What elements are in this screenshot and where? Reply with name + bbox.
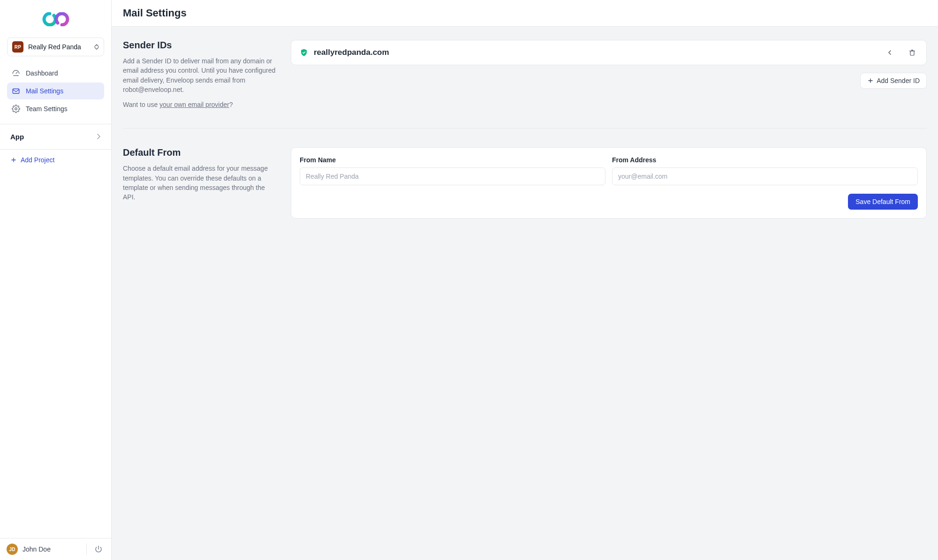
user-menu[interactable]: JD John Doe <box>7 544 51 555</box>
from-name-field: From Name <box>300 156 605 185</box>
avatar: JD <box>7 544 18 555</box>
project-name: Really Red Panda <box>28 43 81 51</box>
gear-icon <box>12 105 20 113</box>
chevron-up-down-icon <box>94 44 99 50</box>
from-address-label: From Address <box>612 156 918 164</box>
divider <box>86 544 87 555</box>
sender-id-row: reallyredpanda.com <box>291 40 927 65</box>
sender-domain: reallyredpanda.com <box>314 48 389 57</box>
add-sender-label: Add Sender ID <box>877 77 920 84</box>
trash-icon <box>908 49 916 56</box>
section-title: Sender IDs <box>123 40 278 51</box>
section-body: reallyredpanda.com <box>291 40 927 89</box>
sidebar-bottom-right <box>86 543 105 555</box>
enveloop-logo-icon <box>41 12 70 26</box>
power-icon <box>94 545 103 553</box>
add-sender-row: Add Sender ID <box>291 73 927 89</box>
section-info: Default From Choose a default email addr… <box>123 147 278 202</box>
logo <box>0 9 111 38</box>
add-project-button[interactable]: Add Project <box>0 150 111 170</box>
provider-prefix: Want to use <box>123 101 159 108</box>
gauge-icon <box>12 69 20 77</box>
plus-icon <box>10 157 17 163</box>
provider-prompt: Want to use your own email provider? <box>123 100 278 109</box>
sidebar-section-app[interactable]: App <box>0 124 111 150</box>
nav-mail-settings[interactable]: Mail Settings <box>7 83 104 99</box>
shield-check-icon <box>300 48 308 57</box>
svg-rect-0 <box>13 89 19 94</box>
add-project-label: Add Project <box>21 156 54 164</box>
divider <box>123 128 927 129</box>
project-switcher[interactable]: RP Really Red Panda <box>7 38 104 56</box>
section-info: Sender IDs Add a Sender ID to deliver ma… <box>123 40 278 109</box>
default-from-card: From Name From Address Save Default From <box>291 147 927 219</box>
sender-actions <box>884 47 918 58</box>
section-description: Add a Sender ID to deliver mail from any… <box>123 56 278 94</box>
section-label: App <box>10 133 24 141</box>
from-address-field: From Address <box>612 156 918 185</box>
section-body: From Name From Address Save Default From <box>291 147 927 219</box>
provider-suffix: ? <box>229 101 233 108</box>
section-default-from: Default From Choose a default email addr… <box>123 147 927 219</box>
from-address-input[interactable] <box>612 167 918 185</box>
sidebar-bottom: JD John Doe <box>0 538 111 560</box>
chevron-left-icon <box>886 49 893 56</box>
content: Sender IDs Add a Sender ID to deliver ma… <box>112 27 938 232</box>
main: Mail Settings Sender IDs Add a Sender ID… <box>112 0 938 560</box>
sender-left: reallyredpanda.com <box>300 48 389 57</box>
project-badge: RP <box>12 41 23 53</box>
svg-point-1 <box>15 108 17 110</box>
section-description: Choose a default email address for your … <box>123 164 278 202</box>
add-sender-id-button[interactable]: Add Sender ID <box>860 73 927 89</box>
plus-icon <box>867 77 874 84</box>
nav-team-settings[interactable]: Team Settings <box>7 100 104 117</box>
sidebar: RP Really Red Panda Dashboard <box>0 0 112 560</box>
section-title: Default From <box>123 147 278 158</box>
topbar: Mail Settings <box>112 0 938 27</box>
page-title: Mail Settings <box>123 7 927 19</box>
envelope-icon <box>12 87 20 95</box>
own-provider-link[interactable]: your own email provider <box>159 101 229 108</box>
nav-label: Dashboard <box>26 69 58 77</box>
user-name: John Doe <box>23 545 51 553</box>
logout-button[interactable] <box>92 543 105 555</box>
sidebar-nav: Dashboard Mail Settings Team Settings <box>0 65 111 117</box>
save-default-from-button[interactable]: Save Default From <box>848 194 918 210</box>
sender-back-button[interactable] <box>884 47 895 58</box>
chevron-right-icon <box>96 133 101 141</box>
field-row: From Name From Address <box>300 156 918 185</box>
from-name-label: From Name <box>300 156 605 164</box>
nav-label: Team Settings <box>26 105 68 113</box>
section-sender-ids: Sender IDs Add a Sender ID to deliver ma… <box>123 40 927 109</box>
nav-dashboard[interactable]: Dashboard <box>7 65 104 82</box>
sender-delete-button[interactable] <box>907 47 918 58</box>
card-actions: Save Default From <box>300 194 918 210</box>
from-name-input[interactable] <box>300 167 605 185</box>
sidebar-top: RP Really Red Panda Dashboard <box>0 0 111 170</box>
nav-label: Mail Settings <box>26 87 63 95</box>
